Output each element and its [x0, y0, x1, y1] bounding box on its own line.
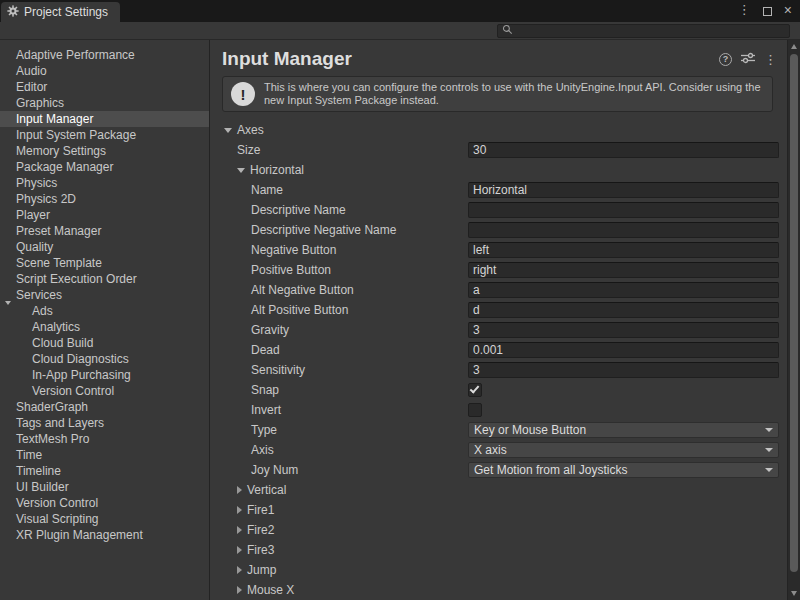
alt-positive-button-field[interactable]: [468, 302, 779, 318]
panel-menu-icon[interactable]: ⋮: [764, 52, 777, 67]
foldout-collapsed-icon[interactable]: [237, 566, 242, 574]
search-box[interactable]: [497, 24, 790, 38]
sidebar-item-physics[interactable]: Physics: [0, 175, 209, 191]
sidebar-item-cloud-build[interactable]: Cloud Build: [0, 335, 209, 351]
info-text: This is where you can configure the cont…: [264, 81, 764, 107]
close-icon[interactable]: ×: [784, 3, 792, 17]
axis-dropdown[interactable]: X axis: [468, 442, 779, 458]
input-manager-panel: Input Manager ? ⋮ ! This is where you ca…: [210, 40, 787, 600]
sidebar-item-analytics[interactable]: Analytics: [0, 319, 209, 335]
row-invert: Invert: [210, 400, 787, 420]
row-gravity: Gravity: [210, 320, 787, 340]
sidebar-item-editor[interactable]: Editor: [0, 79, 209, 95]
sidebar-item-player[interactable]: Player: [0, 207, 209, 223]
foldout-collapsed-icon[interactable]: [237, 486, 242, 494]
chevron-down-icon: [765, 448, 773, 452]
settings-sidebar: Adaptive Performance Audio Editor Graphi…: [0, 40, 210, 600]
sidebar-item-package-manager[interactable]: Package Manager: [0, 159, 209, 175]
gravity-field[interactable]: [468, 322, 779, 338]
row-snap: Snap: [210, 380, 787, 400]
sidebar-item-visual-scripting[interactable]: Visual Scripting: [0, 511, 209, 527]
tab-title: Project Settings: [24, 5, 108, 19]
sidebar-item-in-app-purchasing[interactable]: In-App Purchasing: [0, 367, 209, 383]
sidebar-item-version-control-service[interactable]: Version Control: [0, 383, 209, 399]
sidebar-item-adaptive-performance[interactable]: Adaptive Performance: [0, 47, 209, 63]
row-descriptive-name: Descriptive Name: [210, 200, 787, 220]
row-positive-button: Positive Button: [210, 260, 787, 280]
alt-negative-button-field[interactable]: [468, 282, 779, 298]
row-name: Name: [210, 180, 787, 200]
negative-button-field[interactable]: [468, 242, 779, 258]
row-size: Size: [210, 140, 787, 160]
sidebar-item-cloud-diagnostics[interactable]: Cloud Diagnostics: [0, 351, 209, 367]
scroll-down-icon[interactable]: [791, 591, 797, 596]
foldout-vertical[interactable]: Vertical: [210, 480, 787, 500]
sidebar-item-input-system-package[interactable]: Input System Package: [0, 127, 209, 143]
sidebar-item-input-manager[interactable]: Input Manager: [0, 111, 209, 127]
size-field[interactable]: [468, 142, 779, 158]
sidebar-item-services[interactable]: Services: [0, 287, 209, 303]
foldout-collapsed-icon[interactable]: [237, 526, 242, 534]
sidebar-item-xr-plugin-management[interactable]: XR Plugin Management: [0, 527, 209, 543]
row-alt-negative-button: Alt Negative Button: [210, 280, 787, 300]
descriptive-negative-name-field[interactable]: [468, 222, 779, 238]
row-axis: Axis X axis: [210, 440, 787, 460]
scroll-up-icon[interactable]: [791, 44, 797, 49]
sidebar-item-preset-manager[interactable]: Preset Manager: [0, 223, 209, 239]
invert-checkbox[interactable]: [468, 403, 482, 417]
foldout-axes[interactable]: Axes: [210, 120, 787, 140]
foldout-expanded-icon[interactable]: [237, 168, 245, 173]
info-icon: !: [231, 82, 255, 106]
sidebar-item-timeline[interactable]: Timeline: [0, 463, 209, 479]
sidebar-item-time[interactable]: Time: [0, 447, 209, 463]
sidebar-item-graphics[interactable]: Graphics: [0, 95, 209, 111]
foldout-fire2[interactable]: Fire2: [210, 520, 787, 540]
foldout-mouse-x[interactable]: Mouse X: [210, 580, 787, 600]
toolbar: [0, 22, 800, 40]
chevron-down-icon: [765, 428, 773, 432]
foldout-collapsed-icon[interactable]: [237, 546, 242, 554]
maximize-icon[interactable]: [763, 7, 772, 16]
positive-button-field[interactable]: [468, 262, 779, 278]
foldout-collapsed-icon[interactable]: [237, 586, 242, 594]
type-dropdown[interactable]: Key or Mouse Button: [468, 422, 779, 438]
name-field[interactable]: [468, 182, 779, 198]
row-dead: Dead: [210, 340, 787, 360]
foldout-fire3[interactable]: Fire3: [210, 540, 787, 560]
scrollbar-thumb[interactable]: [790, 54, 798, 572]
vertical-scrollbar[interactable]: [787, 40, 800, 600]
sidebar-item-audio[interactable]: Audio: [0, 63, 209, 79]
window-menu-icon[interactable]: ⋮: [738, 3, 751, 17]
joy-num-dropdown[interactable]: Get Motion from all Joysticks: [468, 462, 779, 478]
sidebar-item-scene-template[interactable]: Scene Template: [0, 255, 209, 271]
sidebar-item-quality[interactable]: Quality: [0, 239, 209, 255]
sidebar-item-ui-builder[interactable]: UI Builder: [0, 479, 209, 495]
sidebar-item-memory-settings[interactable]: Memory Settings: [0, 143, 209, 159]
search-input[interactable]: [517, 25, 785, 37]
sidebar-item-script-execution-order[interactable]: Script Execution Order: [0, 271, 209, 287]
sidebar-item-tags-and-layers[interactable]: Tags and Layers: [0, 415, 209, 431]
sidebar-item-ads[interactable]: Ads: [0, 303, 209, 319]
sidebar-item-shadergraph[interactable]: ShaderGraph: [0, 399, 209, 415]
tab-project-settings[interactable]: Project Settings: [1, 2, 120, 22]
dead-field[interactable]: [468, 342, 779, 358]
preset-icon[interactable]: [741, 52, 755, 67]
foldout-jump[interactable]: Jump: [210, 560, 787, 580]
axes-tree: Axes Size Horizontal Name Descriptive Na…: [210, 120, 787, 600]
row-joy-num: Joy Num Get Motion from all Joysticks: [210, 460, 787, 480]
row-negative-button: Negative Button: [210, 240, 787, 260]
foldout-collapsed-icon[interactable]: [237, 506, 242, 514]
foldout-horizontal[interactable]: Horizontal: [210, 160, 787, 180]
sidebar-item-physics-2d[interactable]: Physics 2D: [0, 191, 209, 207]
row-type: Type Key or Mouse Button: [210, 420, 787, 440]
foldout-expanded-icon[interactable]: [224, 128, 232, 133]
foldout-fire1[interactable]: Fire1: [210, 500, 787, 520]
help-icon[interactable]: ?: [719, 53, 732, 66]
sensitivity-field[interactable]: [468, 362, 779, 378]
sidebar-item-version-control[interactable]: Version Control: [0, 495, 209, 511]
search-icon: [502, 24, 513, 38]
sidebar-item-textmesh-pro[interactable]: TextMesh Pro: [0, 431, 209, 447]
descriptive-name-field[interactable]: [468, 202, 779, 218]
snap-checkbox[interactable]: [468, 383, 482, 397]
row-descriptive-negative-name: Descriptive Negative Name: [210, 220, 787, 240]
